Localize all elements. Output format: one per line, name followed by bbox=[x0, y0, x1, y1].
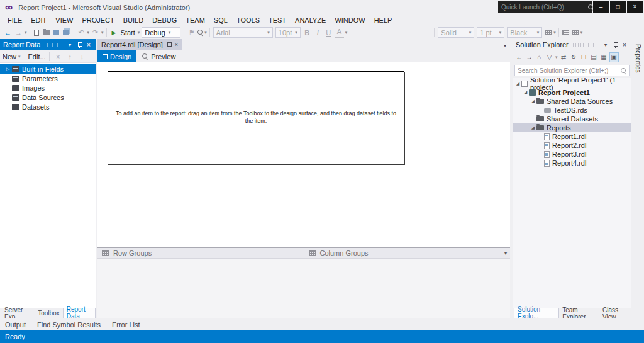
maximize-button[interactable]: □ bbox=[610, 1, 626, 13]
font-size-combo[interactable]: 10pt▾ bbox=[275, 27, 301, 38]
decrease-indent-icon[interactable] bbox=[414, 30, 421, 35]
align-justify-icon[interactable] bbox=[382, 30, 389, 35]
align-right-icon[interactable] bbox=[372, 30, 379, 35]
menu-item-sql[interactable]: SQL bbox=[209, 15, 232, 25]
close-panel-icon[interactable]: × bbox=[85, 41, 92, 48]
scope-filter-icon[interactable]: ▽ bbox=[545, 52, 554, 62]
redo-icon[interactable]: ↷ bbox=[91, 28, 100, 38]
font-color-dropdown-icon[interactable]: ▾ bbox=[345, 30, 348, 35]
tab-solution-explorer[interactable]: Solution Explo... bbox=[514, 308, 559, 318]
expand-arrow-icon[interactable]: ▷ bbox=[4, 67, 12, 72]
new-button[interactable]: New bbox=[3, 53, 16, 60]
tree-item-datasets[interactable]: Datasets bbox=[0, 102, 96, 111]
borders-dropdown-icon[interactable]: ▾ bbox=[553, 30, 556, 35]
solution-search-input[interactable] bbox=[515, 67, 620, 74]
menu-item-build[interactable]: BUILD bbox=[119, 15, 148, 25]
open-file-icon[interactable] bbox=[43, 30, 50, 35]
menu-item-tools[interactable]: TOOLS bbox=[232, 15, 264, 25]
show-all-files-icon[interactable]: ▦ bbox=[599, 52, 609, 62]
bold-icon[interactable]: B bbox=[303, 28, 312, 38]
tree-item-report3-rdl[interactable]: Report3.rdl bbox=[513, 150, 631, 159]
font-color-icon[interactable]: A bbox=[335, 28, 344, 38]
save-all-icon[interactable] bbox=[63, 30, 69, 35]
tab-server-explorer[interactable]: Server Exp... bbox=[1, 308, 35, 318]
tab-class-view[interactable]: Class View bbox=[599, 308, 631, 318]
start-debug-icon[interactable]: ▶ bbox=[109, 28, 119, 38]
menu-item-debug[interactable]: DEBUG bbox=[148, 15, 181, 25]
document-list-dropdown-icon[interactable]: ▾ bbox=[504, 43, 506, 48]
zoom-icon[interactable] bbox=[197, 29, 204, 36]
tab-properties[interactable]: Properties bbox=[635, 39, 641, 73]
align-left-icon[interactable] bbox=[353, 30, 360, 35]
expand-arrow-icon[interactable]: ◢ bbox=[530, 99, 536, 104]
matrix-icon[interactable] bbox=[572, 30, 579, 35]
window-position-icon[interactable]: ▾ bbox=[602, 42, 609, 48]
tree-item-testds-rds[interactable]: TestDS.rds bbox=[513, 106, 631, 115]
home-icon[interactable]: ⌂ bbox=[535, 52, 544, 62]
start-button[interactable]: Start bbox=[121, 29, 135, 37]
sync-with-active-document-icon[interactable]: ⇄ bbox=[559, 52, 569, 62]
close-button[interactable]: × bbox=[627, 1, 643, 13]
underline-icon[interactable]: U bbox=[324, 28, 333, 38]
menu-item-edit[interactable]: EDIT bbox=[26, 15, 51, 25]
tree-item-solution[interactable]: ◢ Solution 'Report Project1' (1 project) bbox=[513, 79, 631, 88]
filter-dropdown-icon[interactable]: ▾ bbox=[555, 55, 558, 60]
new-dropdown-icon[interactable]: ▾ bbox=[18, 54, 21, 59]
border-width-combo[interactable]: 1 pt▾ bbox=[477, 27, 504, 38]
edit-button[interactable]: Edit... bbox=[28, 53, 46, 60]
quick-launch-input[interactable] bbox=[498, 4, 587, 11]
forward-icon[interactable]: → bbox=[525, 52, 534, 62]
tab-output[interactable]: Output bbox=[5, 321, 26, 329]
quick-launch-box[interactable] bbox=[498, 1, 592, 13]
undo-dropdown-icon[interactable]: ▾ bbox=[87, 30, 90, 35]
menu-item-project[interactable]: PROJECT bbox=[77, 15, 118, 25]
tree-item-report2-rdl[interactable]: Report2.rdl bbox=[513, 141, 631, 150]
document-tab-report4[interactable]: Report4.rdl [Design] × bbox=[97, 39, 182, 50]
table-icon[interactable] bbox=[562, 30, 569, 35]
move-up-icon[interactable]: ↑ bbox=[65, 52, 75, 62]
move-down-icon[interactable]: ↓ bbox=[77, 52, 87, 62]
navigation-dropdown-icon[interactable]: ▾ bbox=[25, 30, 27, 35]
pin-icon[interactable] bbox=[77, 42, 82, 48]
pin-tab-icon[interactable] bbox=[166, 42, 172, 48]
expand-arrow-icon[interactable]: ◢ bbox=[530, 125, 536, 130]
tree-item-shared-data-sources[interactable]: ◢ Shared Data Sources bbox=[513, 97, 631, 106]
expand-arrow-icon[interactable]: ◢ bbox=[522, 90, 529, 95]
expand-arrow-icon[interactable]: ◢ bbox=[514, 81, 521, 86]
menu-item-file[interactable]: FILE bbox=[3, 15, 26, 25]
back-icon[interactable]: ← bbox=[514, 52, 524, 62]
debug-configuration-combo[interactable]: Debug▾ bbox=[142, 27, 180, 38]
delete-icon[interactable]: × bbox=[53, 52, 63, 62]
properties-window-icon[interactable]: ▤ bbox=[589, 52, 599, 62]
increase-indent-icon[interactable] bbox=[424, 30, 431, 35]
report-page[interactable]: To add an item to the report: drag an it… bbox=[108, 71, 404, 164]
italic-icon[interactable]: I bbox=[313, 28, 323, 38]
tree-item-parameters[interactable]: Parameters bbox=[0, 74, 96, 83]
save-icon[interactable] bbox=[53, 30, 59, 35]
navigate-forward-icon[interactable]: → bbox=[14, 28, 23, 38]
preview-selected-items-icon[interactable]: ▣ bbox=[609, 52, 619, 62]
tab-error-list[interactable]: Error List bbox=[112, 321, 140, 329]
align-center-icon[interactable] bbox=[363, 30, 370, 35]
refresh-icon[interactable]: ↻ bbox=[569, 52, 579, 62]
tree-item-reports[interactable]: ◢ Reports bbox=[513, 123, 631, 132]
undo-icon[interactable]: ↶ bbox=[77, 28, 86, 38]
menu-item-test[interactable]: TEST bbox=[264, 15, 291, 25]
report-items-dropdown-icon[interactable]: ▾ bbox=[580, 30, 583, 35]
redo-dropdown-icon[interactable]: ▾ bbox=[101, 30, 104, 35]
menu-item-view[interactable]: VIEW bbox=[51, 15, 77, 25]
tree-item-report1-rdl[interactable]: Report1.rdl bbox=[513, 132, 631, 141]
numbered-list-icon[interactable] bbox=[405, 30, 412, 35]
tree-item-report4-rdl[interactable]: Report4.rdl bbox=[513, 159, 631, 167]
tab-report-data[interactable]: Report Data bbox=[63, 308, 96, 318]
tree-item-built-in-fields[interactable]: ▷ Built-in Fields bbox=[0, 64, 96, 74]
solution-search-box[interactable] bbox=[514, 65, 630, 76]
menu-item-team[interactable]: TEAM bbox=[181, 15, 209, 25]
tree-item-shared-datasets[interactable]: Shared Datasets bbox=[513, 115, 631, 123]
column-groups-body[interactable] bbox=[304, 259, 511, 318]
zoom-dropdown-icon[interactable]: ▾ bbox=[204, 30, 207, 35]
menu-item-analyze[interactable]: ANALYZE bbox=[291, 15, 330, 25]
window-position-icon[interactable]: ▾ bbox=[66, 42, 74, 48]
borders-icon[interactable] bbox=[545, 30, 552, 35]
tab-design[interactable]: Design bbox=[97, 50, 136, 62]
